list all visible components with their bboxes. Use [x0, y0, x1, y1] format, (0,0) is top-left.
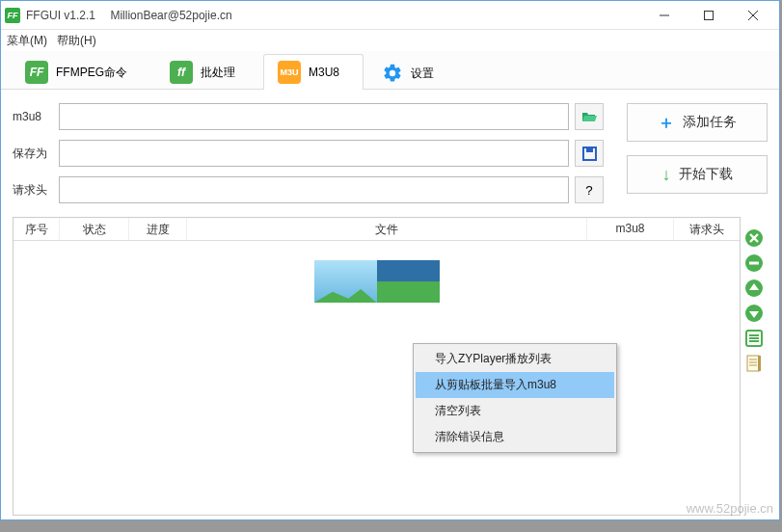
window-controls	[642, 2, 775, 29]
gear-icon	[382, 63, 403, 84]
svg-rect-5	[586, 147, 593, 152]
cm-import-zyplayer[interactable]: 导入ZYPlayer播放列表	[416, 346, 614, 372]
menu-help[interactable]: 帮助(H)	[57, 33, 96, 49]
save-button[interactable]	[575, 140, 604, 167]
m3u8-panel: m3u8 保存为 请求头 ?	[1, 90, 779, 519]
ffmpeg-icon: FF	[25, 61, 48, 84]
add-task-button[interactable]: ＋ 添加任务	[627, 103, 768, 142]
batch-icon: ff	[170, 61, 193, 84]
th-status[interactable]: 状态	[60, 218, 129, 240]
tab-m3u8-label: M3U8	[309, 66, 339, 79]
th-progress[interactable]: 进度	[129, 218, 187, 240]
add-task-label: 添加任务	[683, 114, 737, 131]
plus-icon: ＋	[658, 111, 675, 134]
watermark: www.52pojie.cn	[687, 501, 773, 516]
svg-rect-8	[749, 262, 759, 265]
folder-open-icon	[581, 110, 597, 123]
move-down-icon[interactable]	[744, 304, 764, 323]
cm-clear-list[interactable]: 清空列表	[416, 398, 614, 424]
app-icon: FF	[5, 8, 20, 23]
svg-rect-15	[747, 356, 759, 371]
move-up-icon[interactable]	[744, 279, 764, 298]
tab-batch-label: 批处理	[201, 65, 235, 81]
tab-bar: FF FFMPEG命令 ff 批处理 M3U M3U8 设置	[1, 51, 779, 90]
tab-settings-label: 设置	[411, 66, 434, 82]
app-name: FFGUI	[26, 9, 61, 22]
stop-icon[interactable]	[744, 253, 764, 273]
headers-input[interactable]	[59, 176, 569, 203]
open-file-button[interactable]	[575, 103, 604, 130]
m3u8-input[interactable]	[59, 103, 569, 130]
cm-import-clipboard[interactable]: 从剪贴板批量导入m3u8	[416, 372, 614, 398]
list-icon[interactable]	[744, 329, 764, 348]
log-icon[interactable]	[744, 354, 764, 373]
th-index[interactable]: 序号	[13, 218, 60, 240]
saveas-input[interactable]	[59, 140, 569, 167]
empty-placeholder-image	[314, 260, 440, 303]
download-icon: ↓	[662, 165, 671, 185]
th-m3u8[interactable]: m3u8	[587, 218, 674, 240]
task-table[interactable]: 序号 状态 进度 文件 m3u8 请求头 导入ZYPlayer播放列表 从剪贴板…	[13, 217, 741, 516]
window-title: FFGUI v1.2.1 MillionBear@52pojie.cn	[26, 9, 232, 22]
menubar: 菜单(M) 帮助(H)	[1, 30, 779, 51]
svg-rect-1	[705, 11, 714, 19]
start-download-button[interactable]: ↓ 开始下载	[627, 155, 768, 194]
save-icon	[582, 146, 597, 161]
close-button[interactable]	[731, 2, 775, 29]
th-file[interactable]: 文件	[187, 218, 587, 240]
app-version: v1.2.1	[64, 9, 95, 22]
question-icon: ?	[585, 183, 592, 198]
menu-main[interactable]: 菜单(M)	[7, 33, 47, 49]
m3u8-icon: M3U	[278, 61, 301, 84]
saveas-label: 保存为	[13, 146, 53, 162]
table-body[interactable]: 导入ZYPlayer播放列表 从剪贴板批量导入m3u8 清空列表 清除错误信息	[13, 241, 740, 515]
tab-ffmpeg-label: FFMPEG命令	[56, 65, 127, 81]
tab-settings[interactable]: 设置	[367, 56, 458, 90]
th-headers[interactable]: 请求头	[674, 218, 740, 240]
titlebar: FF FFGUI v1.2.1 MillionBear@52pojie.cn	[1, 1, 779, 30]
headers-label: 请求头	[13, 182, 53, 199]
svg-rect-19	[758, 356, 761, 371]
tab-batch[interactable]: ff 批处理	[155, 54, 259, 90]
cm-clear-errors[interactable]: 清除错误信息	[416, 424, 614, 450]
side-toolbar	[741, 217, 768, 516]
start-download-label: 开始下载	[679, 166, 733, 183]
maximize-button[interactable]	[687, 2, 731, 29]
minimize-button[interactable]	[642, 2, 687, 29]
tab-ffmpeg[interactable]: FF FFMPEG命令	[11, 54, 151, 90]
help-button[interactable]: ?	[575, 176, 604, 203]
app-author: MillionBear@52pojie.cn	[110, 9, 231, 22]
table-header: 序号 状态 进度 文件 m3u8 请求头	[13, 218, 740, 241]
tab-m3u8[interactable]: M3U M3U8	[263, 54, 364, 90]
main-window: FF FFGUI v1.2.1 MillionBear@52pojie.cn 菜…	[0, 0, 780, 520]
m3u8-label: m3u8	[13, 110, 53, 123]
delete-icon[interactable]	[744, 228, 764, 248]
context-menu: 导入ZYPlayer播放列表 从剪贴板批量导入m3u8 清空列表 清除错误信息	[413, 343, 617, 453]
